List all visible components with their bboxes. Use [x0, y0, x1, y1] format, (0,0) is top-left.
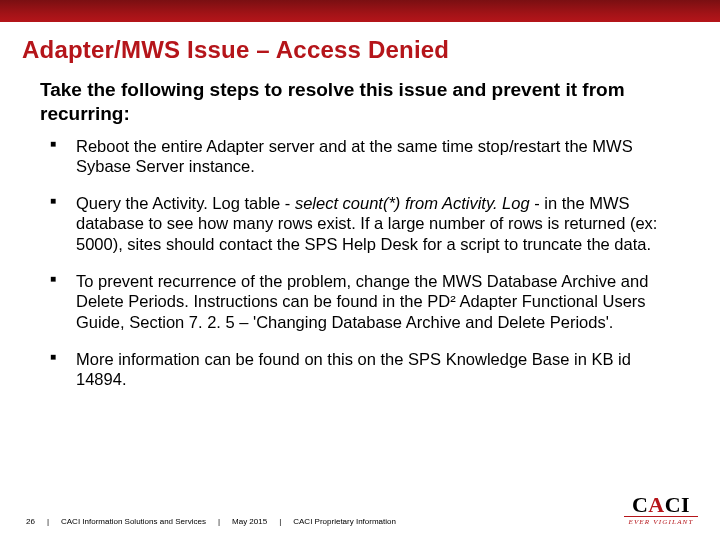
footer: 26 | CACI Information Solutions and Serv…: [0, 496, 720, 526]
logo-rule: [624, 516, 698, 518]
caci-logo: CACI EVER VIGILANT: [624, 495, 698, 526]
footer-separator: |: [218, 517, 220, 526]
logo-letter: C: [632, 492, 648, 517]
slide: Adapter/MWS Issue – Access Denied Take t…: [0, 0, 720, 540]
brand-bar: [0, 0, 720, 22]
footer-org: CACI Information Solutions and Services: [61, 517, 206, 526]
bullet-text: To prevent recurrence of the problem, ch…: [76, 272, 648, 331]
logo-letter: I: [681, 492, 690, 517]
slide-title: Adapter/MWS Issue – Access Denied: [0, 22, 720, 70]
footer-separator: |: [279, 517, 281, 526]
footer-separator: |: [47, 517, 49, 526]
list-item: To prevent recurrence of the problem, ch…: [50, 271, 676, 333]
footer-classification: CACI Proprietary Information: [293, 517, 396, 526]
bullet-list: Reboot the entire Adapter server and at …: [0, 136, 720, 406]
bullet-text: Reboot the entire Adapter server and at …: [76, 137, 633, 176]
logo-letter: C: [665, 492, 681, 517]
logo-tagline: EVER VIGILANT: [628, 518, 693, 526]
bullet-text: More information can be found on this on…: [76, 350, 631, 389]
list-item: More information can be found on this on…: [50, 349, 676, 390]
footer-date: May 2015: [232, 517, 267, 526]
logo-letter-red: A: [648, 492, 664, 517]
logo-text: CACI: [632, 495, 690, 515]
bullet-text-pre: Query the Activity. Log table -: [76, 194, 295, 212]
list-item: Query the Activity. Log table - select c…: [50, 193, 676, 255]
list-item: Reboot the entire Adapter server and at …: [50, 136, 676, 177]
page-number: 26: [26, 517, 35, 526]
bullet-text-italic: select count(*) from Activity. Log: [295, 194, 530, 212]
footer-left: 26 | CACI Information Solutions and Serv…: [26, 517, 396, 526]
intro-text: Take the following steps to resolve this…: [0, 70, 720, 136]
